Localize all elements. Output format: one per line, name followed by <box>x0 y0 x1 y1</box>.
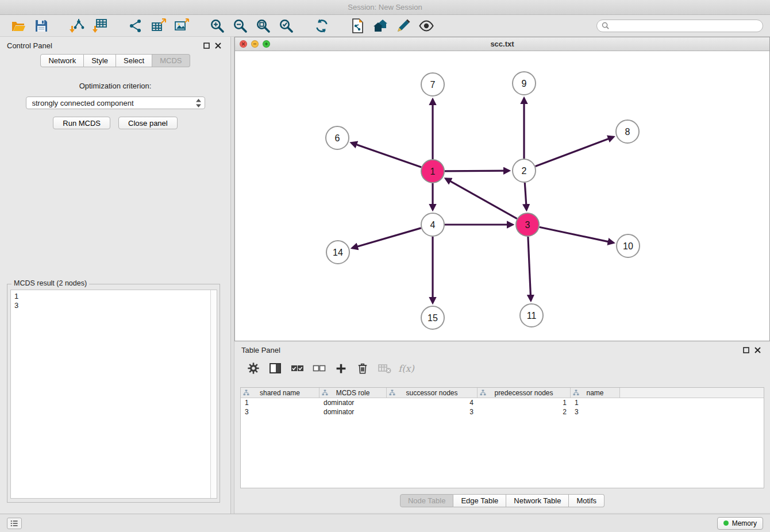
graph-node-label: 2 <box>522 166 527 176</box>
tab-style[interactable]: Style <box>84 54 116 67</box>
maximize-window-button[interactable] <box>263 40 270 48</box>
float-panel-button[interactable] <box>201 40 212 51</box>
graphics-details-button[interactable] <box>415 17 438 35</box>
import-table-icon <box>93 18 107 33</box>
mcds-result-list[interactable]: 1 3 <box>10 290 217 499</box>
network-overview-button[interactable] <box>369 17 392 35</box>
close-icon <box>754 347 761 353</box>
style-wand-button[interactable] <box>392 17 415 35</box>
tab-edge-table[interactable]: Edge Table <box>453 494 506 507</box>
new-network-from-selection-button[interactable] <box>346 17 369 35</box>
search-box[interactable] <box>596 20 763 32</box>
table-cell[interactable]: 2 <box>478 408 571 416</box>
export-image-button[interactable] <box>170 17 193 35</box>
wand-icon <box>396 18 411 33</box>
graph-edge[interactable] <box>446 179 517 219</box>
control-panel-tabs: Network Style Select MCDS <box>0 54 230 67</box>
tab-select[interactable]: Select <box>116 54 152 67</box>
import-table-button[interactable] <box>88 17 111 35</box>
task-history-button[interactable] <box>7 518 22 529</box>
close-table-panel-button[interactable] <box>752 344 763 356</box>
result-scrollbar[interactable] <box>210 290 217 498</box>
graph-node-label: 14 <box>333 248 343 257</box>
delete-column-button[interactable] <box>354 360 371 376</box>
column-header-predecessor-nodes[interactable]: predecessor nodes <box>478 388 571 398</box>
zoom-out-button[interactable] <box>229 17 252 35</box>
table-header-row: shared name MCDS role successor nodes pr… <box>241 388 764 398</box>
table-cell[interactable]: 4 <box>387 399 478 407</box>
node-table: shared name MCDS role successor nodes pr… <box>240 387 764 488</box>
homes-icon <box>373 18 388 33</box>
minimize-window-button[interactable] <box>251 40 259 48</box>
run-mcds-button[interactable]: Run MCDS <box>53 117 110 129</box>
zoom-fit-button[interactable] <box>252 17 275 35</box>
graph-edge[interactable] <box>540 227 614 242</box>
save-session-button[interactable] <box>30 17 53 35</box>
column-header-name[interactable]: name <box>571 388 620 398</box>
search-input[interactable] <box>612 22 758 30</box>
table-cell[interactable]: 3 <box>387 408 478 416</box>
graph-edge[interactable] <box>445 171 509 171</box>
import-network-button[interactable] <box>66 17 88 35</box>
tab-network-table[interactable]: Network Table <box>506 494 569 507</box>
tab-motifs[interactable]: Motifs <box>569 494 605 507</box>
graph-edge[interactable] <box>352 228 421 248</box>
mcds-result-line: 3 <box>14 301 213 310</box>
import-network-icon <box>70 18 84 33</box>
column-header-successor-nodes[interactable]: successor nodes <box>387 388 478 398</box>
table-row[interactable]: 3 dominator 3 2 3 <box>241 407 764 417</box>
graph-edge[interactable] <box>536 137 614 166</box>
save-icon <box>34 19 48 33</box>
graph-edge[interactable] <box>525 183 526 210</box>
delete-table-button[interactable] <box>376 360 393 376</box>
export-table-button[interactable] <box>147 17 170 35</box>
table-panel-tabs: Node Table Edge Table Network Table Moti… <box>234 494 770 507</box>
close-window-button[interactable] <box>240 40 247 48</box>
sort-icon <box>322 390 328 396</box>
network-graph: 7968124314101511 <box>235 51 769 341</box>
close-panel-action-button[interactable]: Close panel <box>118 117 178 129</box>
table-cell[interactable]: 3 <box>241 408 319 416</box>
table-panel-title: Table Panel <box>241 346 280 354</box>
memory-button[interactable]: Memory <box>717 517 763 530</box>
table-cell[interactable]: 3 <box>571 408 620 416</box>
table-cell[interactable]: 1 <box>241 399 319 407</box>
show-columns-button[interactable] <box>267 360 284 376</box>
zoom-selected-button[interactable] <box>275 17 298 35</box>
graph-edge[interactable] <box>528 237 531 300</box>
column-header-shared-name[interactable]: shared name <box>241 388 319 398</box>
deselect-all-columns-button[interactable] <box>310 360 328 376</box>
tab-network[interactable]: Network <box>40 54 84 67</box>
column-header-mcds-role[interactable]: MCDS role <box>319 388 387 398</box>
table-cell[interactable]: dominator <box>319 399 387 407</box>
minimize-icon <box>253 42 257 46</box>
export-network-button[interactable] <box>124 17 147 35</box>
close-panel-button[interactable] <box>212 40 224 51</box>
table-settings-button[interactable] <box>245 360 262 376</box>
optimization-criterion-select[interactable]: strongly connected component <box>26 97 205 109</box>
control-panel-header: Control Panel <box>0 37 230 54</box>
select-all-columns-button[interactable] <box>288 360 306 376</box>
zoom-in-button[interactable] <box>206 17 229 35</box>
mcds-result-title: MCDS result (2 nodes) <box>11 279 89 287</box>
float-window-icon <box>203 43 210 49</box>
tab-mcds[interactable]: MCDS <box>152 54 190 67</box>
network-canvas[interactable]: 7968124314101511 <box>235 51 769 341</box>
network-window-titlebar[interactable]: scc.txt <box>235 37 769 51</box>
add-column-button[interactable] <box>332 360 349 376</box>
open-file-button[interactable] <box>7 17 30 35</box>
table-row[interactable]: 1 dominator 4 1 1 <box>241 398 764 407</box>
graph-edge[interactable] <box>352 143 422 168</box>
tab-node-table[interactable]: Node Table <box>400 494 454 507</box>
sort-icon <box>389 390 395 396</box>
list-icon <box>10 519 19 528</box>
table-cell[interactable]: dominator <box>319 408 387 416</box>
table-cell[interactable]: 1 <box>571 399 620 407</box>
title-bar: Session: New Session <box>0 0 770 15</box>
refresh-button[interactable] <box>310 17 333 35</box>
table-cell[interactable]: 1 <box>478 399 571 407</box>
graph-node-label: 10 <box>623 241 633 251</box>
columns-icon <box>269 362 282 375</box>
float-table-panel-button[interactable] <box>740 344 752 356</box>
function-builder-button[interactable]: f(x) <box>398 360 415 376</box>
